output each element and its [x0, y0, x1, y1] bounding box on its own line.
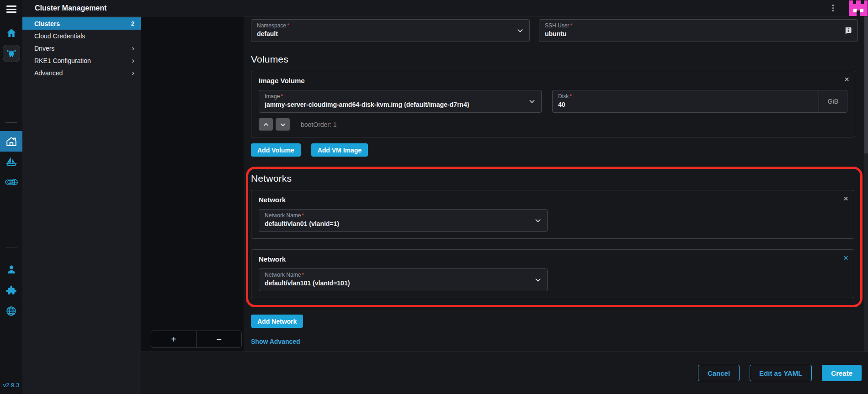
sidebar-item-label: RKE1 Configuration [34, 57, 91, 64]
app-window: v2.9.3 Cluster Management Clusters 2 Clo… [0, 0, 868, 394]
app-version: v2.9.3 [3, 382, 19, 389]
cluster-manager-icon[interactable] [3, 45, 20, 62]
show-advanced-link[interactable]: Show Advanced [251, 338, 300, 345]
network-name-label: Network Name [265, 272, 301, 278]
network-panel: × Network Network Name* default/vlan01 (… [251, 190, 854, 239]
cancel-button[interactable]: Cancel [698, 365, 740, 381]
namespace-label: Namespace [257, 22, 286, 29]
harvester-cluster-icon[interactable] [0, 131, 22, 152]
home-icon[interactable] [6, 27, 17, 38]
disk-size-field[interactable]: Disk* 40 GiB [552, 90, 847, 113]
kebab-menu-icon[interactable] [827, 2, 839, 14]
chevron-right-icon: › [132, 57, 134, 64]
clusters-count-badge: 2 [131, 20, 134, 27]
sidebar-item-label: Advanced [34, 69, 63, 77]
rail-divider [5, 247, 17, 247]
chevron-up-icon [263, 121, 269, 128]
global-settings-globe-icon[interactable] [5, 305, 17, 317]
close-icon[interactable]: × [843, 253, 848, 262]
edit-as-yaml-button[interactable]: Edit as YAML [750, 365, 812, 381]
network-name-value: default/vlan101 (vlanId=101) [265, 279, 529, 287]
required-asterisk: * [302, 212, 304, 219]
network-panel: × Network Network Name* default/vlan101 … [251, 249, 854, 298]
sidebar-item-advanced[interactable]: Advanced › [22, 67, 141, 79]
add-volume-button[interactable]: Add Volume [251, 143, 301, 157]
network-name-label: Network Name [265, 212, 301, 219]
sidebar-item-rke1-configuration[interactable]: RKE1 Configuration › [22, 54, 141, 67]
extensions-puzzle-icon[interactable] [5, 285, 17, 296]
required-asterisk: * [570, 93, 572, 100]
required-asterisk: * [287, 22, 289, 29]
image-volume-title: Image Volume [259, 77, 847, 84]
top-bar: Cluster Management [22, 0, 868, 16]
ssh-user-label: SSH User [545, 22, 569, 29]
image-value: jammy-server-cloudimg-amd64-disk-kvm.img… [265, 101, 523, 108]
disk-unit-suffix: GiB [819, 90, 847, 112]
sidebar-item-label: Drivers [34, 45, 54, 52]
chevron-down-icon [517, 27, 524, 34]
image-label: Image [265, 93, 280, 100]
ssh-user-field[interactable]: SSH User* ubuntu [539, 19, 858, 42]
namespace-value: default [257, 30, 511, 37]
required-asterisk: * [570, 22, 572, 29]
chevron-right-icon: › [132, 44, 134, 52]
network-panel-title: Network [259, 196, 847, 204]
volumes-heading: Volumes [251, 54, 862, 65]
left-icon-rail: v2.9.3 [0, 0, 22, 394]
boot-order-text: bootOrder: 1 [301, 121, 337, 128]
page-title: Cluster Management [35, 4, 107, 12]
chevron-down-icon [528, 98, 536, 105]
sidebar-item-clusters[interactable]: Clusters 2 [22, 17, 141, 30]
sidebar-nav: Clusters 2 Cloud Credentials Drivers › R… [22, 16, 141, 394]
image-volume-panel: × Image Volume Image* jammy-server-cloud… [251, 71, 855, 137]
disk-value: 40 [558, 101, 812, 108]
ssh-user-value: ubuntu [545, 30, 839, 37]
chevron-down-icon [280, 121, 286, 128]
close-icon[interactable]: × [843, 194, 848, 203]
chevron-down-icon [534, 217, 542, 224]
close-icon[interactable]: × [844, 75, 849, 84]
network-name-value: default/vlan01 (vlanId=1) [265, 220, 529, 227]
network-name-select[interactable]: Network Name* default/vlan01 (vlanId=1) [259, 209, 548, 232]
machine-pool-column: + − [141, 16, 244, 352]
add-network-button[interactable]: Add Network [251, 315, 303, 328]
image-select[interactable]: Image* jammy-server-cloudimg-amd64-disk-… [259, 90, 542, 113]
disk-label: Disk [558, 93, 569, 100]
users-icon[interactable] [6, 264, 17, 275]
chevron-right-icon: › [132, 69, 134, 77]
cluster-form: Namespace* default SSH User* ubuntu Volu… [244, 16, 864, 352]
namespace-select[interactable]: Namespace* default [251, 19, 530, 42]
footer-action-bar: Cancel Edit as YAML Create [141, 352, 868, 394]
scrollbar[interactable] [864, 16, 868, 352]
chevron-down-icon [534, 276, 542, 284]
cluster-rings-icon[interactable] [5, 178, 18, 187]
pool-stepper: + − [151, 331, 242, 348]
move-up-button[interactable] [259, 118, 273, 131]
sidebar-item-label: Cloud Credentials [34, 32, 85, 40]
network-name-select[interactable]: Network Name* default/vlan101 (vlanId=10… [259, 268, 548, 291]
hamburger-menu-icon[interactable] [6, 5, 16, 13]
networks-annotation-highlight: Networks × Network Network Name* default… [246, 167, 863, 307]
required-asterisk: * [281, 93, 283, 100]
info-tooltip-icon[interactable] [844, 27, 852, 35]
sidebar-item-label: Clusters [34, 20, 60, 27]
required-asterisk: * [302, 272, 304, 278]
network-panel-title: Network [259, 255, 847, 263]
add-pool-button[interactable]: + [151, 331, 197, 347]
move-down-button[interactable] [276, 118, 290, 131]
sidebar-item-drivers[interactable]: Drivers › [22, 42, 141, 54]
sidebar-item-cloud-credentials[interactable]: Cloud Credentials [22, 30, 141, 42]
fleet-icon[interactable] [5, 156, 17, 168]
avatar[interactable] [849, 0, 868, 16]
add-vm-image-button[interactable]: Add VM Image [311, 143, 368, 157]
networks-heading: Networks [251, 173, 856, 184]
create-button[interactable]: Create [822, 365, 862, 381]
rail-divider [5, 122, 17, 123]
remove-pool-button[interactable]: − [197, 331, 241, 347]
